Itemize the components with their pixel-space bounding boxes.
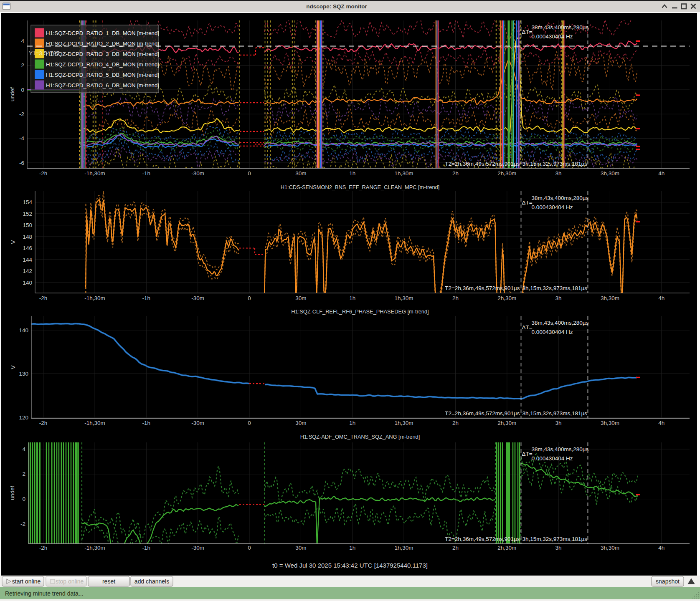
svg-text:0: 0: [22, 496, 25, 502]
svg-text:-1h,30m: -1h,30m: [84, 545, 105, 551]
svg-text:3h,30m: 3h,30m: [601, 420, 619, 426]
svg-text:-2h: -2h: [39, 295, 48, 301]
svg-text:ΔT=: ΔT=: [522, 29, 533, 35]
svg-text:-1h: -1h: [142, 420, 151, 426]
svg-text:T2=2h,36m,49s,572ms,901µs: T2=2h,36m,49s,572ms,901µs: [445, 536, 520, 542]
svg-text:start online: start online: [12, 578, 41, 585]
svg-text:2h,30m: 2h,30m: [497, 545, 516, 551]
svg-text:V: V: [10, 240, 16, 244]
svg-text:3h,30m: 3h,30m: [601, 295, 619, 301]
svg-text:H1:SQZ-DCPD_RATIO_5_DB_MON [m-: H1:SQZ-DCPD_RATIO_5_DB_MON [m-trend]: [46, 72, 159, 78]
svg-text:-1h,30m: -1h,30m: [84, 295, 105, 301]
svg-text:0: 0: [248, 170, 251, 177]
svg-text:4: 4: [21, 38, 24, 44]
svg-text:2h: 2h: [452, 170, 459, 177]
svg-text:ΔT=: ΔT=: [522, 324, 533, 331]
svg-text:3h,15m,32s,973ms,181µs: 3h,15m,32s,973ms,181µs: [522, 410, 588, 417]
svg-text:2h,30m: 2h,30m: [497, 170, 516, 177]
svg-text:H1:SQZ-DCPD_RATIO_1_DB_MON [m-: H1:SQZ-DCPD_RATIO_1_DB_MON [m-trend]: [46, 30, 159, 36]
svg-text:4h: 4h: [658, 420, 664, 426]
svg-text:3h,30m: 3h,30m: [601, 545, 619, 551]
svg-text:-30m: -30m: [191, 420, 204, 426]
svg-text:4: 4: [22, 446, 25, 452]
svg-text:1h,30m: 1h,30m: [394, 420, 413, 426]
svg-text:stop online: stop online: [56, 578, 84, 585]
svg-text:142: 142: [23, 268, 32, 274]
svg-text:t0 = Wed Jul 30 2025 15:43:42: t0 = Wed Jul 30 2025 15:43:42 UTC [14379…: [272, 562, 428, 569]
svg-text:-1h: -1h: [142, 170, 151, 177]
svg-text:2h: 2h: [452, 545, 459, 551]
svg-text:146: 146: [23, 245, 32, 251]
svg-text:1h: 1h: [349, 170, 355, 177]
svg-text:-4: -4: [19, 135, 24, 141]
svg-text:snapshot: snapshot: [656, 578, 680, 585]
svg-text:-2: -2: [20, 521, 25, 527]
svg-text:144: 144: [23, 257, 32, 263]
svg-text:ΔT=: ΔT=: [522, 451, 533, 457]
svg-text:140: 140: [23, 280, 32, 286]
svg-text:T2=2h,36m,49s,572ms,901µs: T2=2h,36m,49s,572ms,901µs: [445, 285, 520, 291]
svg-text:2h: 2h: [452, 295, 459, 301]
svg-text:T2=2h,36m,49s,572ms,901µs: T2=2h,36m,49s,572ms,901µs: [445, 410, 520, 417]
svg-text:2h: 2h: [452, 420, 459, 426]
svg-text:30m: 30m: [295, 420, 306, 426]
svg-text:V: V: [10, 365, 16, 369]
svg-text:154: 154: [23, 199, 32, 205]
svg-text:4h: 4h: [658, 170, 664, 177]
svg-text:0.000430404 Hz: 0.000430404 Hz: [532, 33, 573, 40]
svg-text:30m: 30m: [295, 295, 306, 301]
svg-text:H1:SQZ-DCPD_RATIO_3_DB_MON [m-: H1:SQZ-DCPD_RATIO_3_DB_MON [m-trend]: [46, 51, 159, 57]
svg-text:0: 0: [248, 545, 251, 551]
svg-text:120: 120: [19, 414, 28, 421]
svg-text:-2h: -2h: [39, 545, 48, 551]
svg-text:38m,43s,400ms,280µs: 38m,43s,400ms,280µs: [532, 24, 589, 30]
svg-text:H1:SQZ-CLF_REFL_RF6_PHASE_PHAS: H1:SQZ-CLF_REFL_RF6_PHASE_PHASEDEG [m-tr…: [291, 308, 429, 315]
svg-text:4h: 4h: [658, 295, 664, 301]
svg-text:reset: reset: [102, 578, 115, 585]
svg-text:4h: 4h: [658, 545, 664, 551]
svg-text:-2: -2: [19, 111, 24, 117]
svg-text:ndscope: SQZ monitor: ndscope: SQZ monitor: [306, 3, 367, 10]
svg-text:Retrieving minute trend data..: Retrieving minute trend data...: [5, 590, 84, 597]
svg-text:0: 0: [248, 295, 251, 301]
svg-text:0.000430404 Hz: 0.000430404 Hz: [532, 204, 573, 210]
svg-text:3h: 3h: [555, 545, 562, 551]
svg-text:3h,15m,32s,973ms,181µs: 3h,15m,32s,973ms,181µs: [522, 161, 588, 167]
svg-text:38m,43s,400ms,280µs: 38m,43s,400ms,280µs: [532, 195, 589, 201]
svg-text:0.000430404 Hz: 0.000430404 Hz: [532, 455, 573, 462]
svg-text:Y1=3.54787: Y1=3.54787: [29, 50, 59, 56]
svg-text:-30m: -30m: [191, 295, 204, 301]
svg-text:undef: undef: [9, 486, 15, 500]
svg-text:1h: 1h: [349, 545, 355, 551]
svg-text:3h: 3h: [555, 295, 562, 301]
svg-text:130: 130: [19, 371, 28, 377]
svg-text:30m: 30m: [295, 545, 306, 551]
svg-text:38m,43s,400ms,280µs: 38m,43s,400ms,280µs: [532, 446, 589, 452]
svg-text:3h,15m,32s,973ms,181µs: 3h,15m,32s,973ms,181µs: [522, 285, 588, 291]
svg-text:H1:SQZ-DCPD_RATIO_4_DB_MON [m-: H1:SQZ-DCPD_RATIO_4_DB_MON [m-trend]: [46, 61, 159, 68]
svg-text:140: 140: [19, 327, 28, 333]
svg-text:30m: 30m: [295, 170, 306, 177]
svg-text:-6: -6: [19, 160, 24, 166]
svg-text:3h: 3h: [555, 170, 562, 177]
svg-text:H1:SQZ-DCPD_RATIO_6_DB_MON [m-: H1:SQZ-DCPD_RATIO_6_DB_MON [m-trend]: [46, 82, 159, 88]
svg-text:0: 0: [21, 87, 24, 93]
svg-text:150: 150: [23, 222, 32, 228]
svg-text:-2h: -2h: [39, 420, 48, 426]
svg-text:2h,30m: 2h,30m: [497, 420, 516, 426]
svg-text:-1h,30m: -1h,30m: [84, 420, 105, 426]
svg-text:1h,30m: 1h,30m: [394, 295, 413, 301]
svg-text:2: 2: [21, 62, 24, 68]
svg-text:2: 2: [22, 471, 25, 477]
svg-text:-2h: -2h: [39, 170, 48, 177]
svg-text:H1:SQZ-ADF_OMC_TRANS_SQZ_ANG [: H1:SQZ-ADF_OMC_TRANS_SQZ_ANG [m-trend]: [300, 434, 420, 440]
svg-text:undef: undef: [9, 87, 15, 101]
svg-text:-1h: -1h: [142, 295, 151, 301]
svg-text:1h: 1h: [349, 420, 355, 426]
svg-text:3h,30m: 3h,30m: [601, 170, 619, 177]
svg-text:1h,30m: 1h,30m: [394, 170, 413, 177]
svg-text:ΔT=: ΔT=: [522, 199, 533, 206]
svg-text:-1h,30m: -1h,30m: [84, 170, 105, 177]
svg-text:H1:CDS-SENSMON2_BNS_EFF_RANGE_: H1:CDS-SENSMON2_BNS_EFF_RANGE_CLEAN_MPC …: [281, 184, 439, 190]
svg-text:T2=2h,36m,49s,572ms,901µs: T2=2h,36m,49s,572ms,901µs: [445, 161, 520, 167]
